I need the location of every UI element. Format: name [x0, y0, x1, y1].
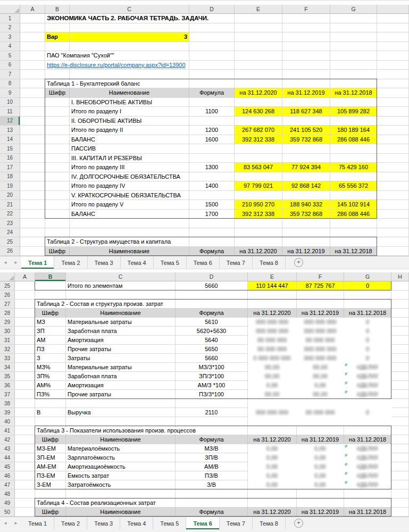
cell-C47[interactable]: Затратоёмкость — [66, 480, 176, 489]
cell-E22[interactable]: 392 312 338 — [235, 210, 282, 219]
cell-E6[interactable] — [235, 61, 282, 70]
cell-D12[interactable] — [189, 117, 235, 126]
cell-D30[interactable]: 5620+5630 — [176, 327, 248, 336]
sheet-tab-тема-5[interactable]: Тема 5 — [154, 256, 187, 269]
cell-F13[interactable]: 241 105 520 — [282, 126, 330, 135]
sheet-tab-тема-3[interactable]: Тема 3 — [87, 517, 120, 529]
cell-B15[interactable] — [45, 144, 70, 154]
cell-H32[interactable] — [391, 345, 409, 354]
cell-B37[interactable]: ПЗ% — [35, 390, 66, 399]
cell-A31[interactable] — [15, 336, 35, 345]
cell-B20[interactable] — [45, 191, 70, 201]
cell-E8[interactable] — [235, 79, 282, 89]
cell-H40[interactable] — [391, 417, 409, 426]
cell-A8[interactable] — [20, 79, 45, 89]
cell-A47[interactable] — [15, 480, 35, 489]
cell-H47[interactable] — [391, 480, 409, 489]
cell-C42[interactable]: Наименование — [66, 435, 176, 444]
cell-E36[interactable]: 0,00 — [248, 381, 297, 390]
cell-E44[interactable]: 0,00 — [248, 453, 297, 462]
cell-C50[interactable]: Наименование — [66, 508, 176, 517]
cell-x1[interactable] — [377, 14, 409, 23]
cell-E3[interactable] — [235, 32, 282, 42]
cell-C31[interactable]: Амортизация — [66, 336, 176, 345]
cell-A26[interactable] — [20, 247, 45, 256]
cell-C26[interactable] — [66, 290, 176, 300]
row-header-50[interactable]: 50 — [0, 508, 15, 517]
cell-E31[interactable]: 00 000 000 — [248, 336, 297, 345]
cell-H45[interactable] — [391, 462, 409, 471]
cell-B10[interactable] — [45, 98, 70, 107]
row-header-25[interactable]: 25 — [0, 237, 20, 247]
cell-D10[interactable] — [189, 98, 235, 107]
cell-H50[interactable] — [391, 508, 409, 517]
cell-F7[interactable] — [282, 70, 330, 79]
column-header-E[interactable]: E — [235, 5, 282, 14]
row-header-8[interactable]: 8 — [0, 79, 20, 89]
cell-x7[interactable] — [377, 70, 409, 79]
cell-E5[interactable] — [235, 51, 282, 61]
cell-G30[interactable]: 0 — [344, 327, 391, 336]
cell-B34[interactable]: МЗ% — [35, 363, 66, 372]
cell-A43[interactable] — [15, 444, 35, 453]
cell-F40[interactable] — [297, 417, 344, 426]
cell-A50[interactable] — [15, 508, 35, 517]
cell-A29[interactable] — [15, 318, 35, 327]
add-sheet-button[interactable]: + — [294, 258, 303, 267]
column-header-D[interactable]: D — [189, 5, 235, 14]
cell-F10[interactable] — [282, 98, 330, 107]
row-header-7[interactable]: 7 — [0, 70, 20, 79]
row-header-35[interactable]: 35 — [0, 372, 15, 381]
cell-D11[interactable]: 1100 — [189, 107, 235, 117]
cell-H44[interactable] — [391, 453, 409, 462]
cell-C29[interactable]: Материальные затраты — [66, 318, 176, 327]
cell-F37[interactable]: 00,00 — [297, 390, 344, 399]
cell-G47[interactable]: #ДЕЛ/0! — [344, 480, 391, 489]
cell-F30[interactable]: 000 000 000 — [297, 327, 344, 336]
row-header-39[interactable]: 39 — [0, 408, 15, 417]
cell-G39[interactable]: 0 — [344, 408, 391, 417]
cell-F21[interactable]: 188 940 332 — [282, 200, 330, 210]
cell-F26[interactable] — [297, 290, 344, 300]
cell-D23[interactable] — [189, 219, 235, 228]
cell-F46[interactable]: 0,00 — [297, 471, 344, 480]
cell-C7[interactable] — [70, 70, 189, 79]
cell-G41[interactable] — [344, 426, 391, 435]
cell-F1[interactable] — [282, 14, 330, 23]
cell-E17[interactable]: 83 563 047 — [235, 163, 282, 172]
cell-B4[interactable] — [45, 42, 70, 52]
sheet-tab-тема-2[interactable]: Тема 2 — [54, 256, 87, 269]
cell-A6[interactable] — [20, 61, 45, 70]
cell-D16[interactable] — [189, 154, 235, 163]
cell-A45[interactable] — [15, 462, 35, 471]
column-header-blank[interactable] — [377, 5, 409, 14]
cell-A7[interactable] — [20, 70, 45, 79]
cell-H43[interactable] — [391, 444, 409, 453]
cell-A10[interactable] — [20, 98, 45, 107]
cell-x11[interactable] — [377, 107, 409, 117]
cell-C32[interactable]: Прочие затраты — [66, 345, 176, 354]
row-header-45[interactable]: 45 — [0, 462, 15, 471]
cell-A4[interactable] — [20, 42, 45, 52]
sheet-tab-тема-7[interactable]: Тема 7 — [220, 256, 253, 269]
row-header-14[interactable]: 14 — [0, 135, 20, 145]
cell-D7[interactable] — [189, 70, 235, 79]
cell-E46[interactable]: 0,00 — [248, 471, 297, 480]
sheet-tab-тема-6[interactable]: Тема 6 — [186, 517, 219, 529]
cell-G10[interactable] — [330, 98, 377, 107]
cell-C13[interactable]: Итого по разделу II — [70, 126, 189, 135]
cell-B49[interactable]: Таблица 4 - Состав реализационных затрат — [35, 498, 66, 508]
cell-D26[interactable]: Формула — [189, 247, 235, 256]
cell-B22[interactable] — [45, 210, 70, 219]
cell-C9[interactable]: Наименование — [70, 88, 189, 98]
cell-H48[interactable] — [391, 489, 409, 498]
cell-F47[interactable]: 0,00 — [297, 480, 344, 489]
cell-D42[interactable]: Формула — [176, 435, 248, 444]
cell-E11[interactable]: 124 630 268 — [235, 107, 282, 117]
cell-B26[interactable]: Шифр — [45, 247, 70, 256]
cell-G22[interactable]: 286 088 446 — [330, 210, 377, 219]
cell-B8[interactable]: Таблица 1 - Бухгалтерский баланс — [45, 79, 70, 89]
cell-G43[interactable]: #ДЕЛ/0! — [344, 444, 391, 453]
cell-D3[interactable] — [189, 32, 235, 42]
row-header-13[interactable]: 13 — [0, 126, 20, 135]
